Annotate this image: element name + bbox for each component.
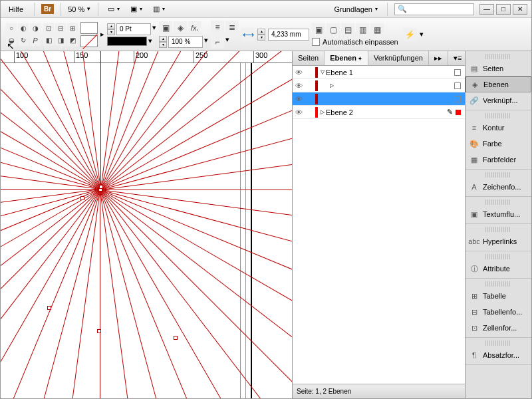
align-icon[interactable]: ≣: [225, 21, 239, 34]
fit-icon[interactable]: ▦: [370, 23, 384, 37]
layer-row[interactable]: 👁▷: [293, 79, 465, 92]
fx-icon[interactable]: ▣: [159, 21, 172, 35]
layer-name: Ebene 2: [326, 108, 447, 116]
layer-row[interactable]: 👁: [293, 92, 465, 106]
bridge-button[interactable]: Br: [41, 4, 54, 14]
tab-links[interactable]: Verknüpfungen: [368, 51, 429, 65]
tool-icon[interactable]: ◑: [30, 23, 41, 34]
panel-handle[interactable]: [485, 200, 511, 205]
fit-icon[interactable]: ▥: [356, 23, 369, 37]
tool-icon[interactable]: ◨: [55, 35, 66, 46]
visibility-icon[interactable]: 👁: [293, 68, 305, 76]
minimize-button[interactable]: —: [479, 4, 494, 15]
sidebar-item[interactable]: abcHyperlinks: [466, 233, 531, 249]
tool-icon[interactable]: ◐: [18, 23, 29, 34]
visibility-icon[interactable]: 👁: [293, 95, 305, 103]
artwork-ray: [100, 51, 101, 190]
measure-input[interactable]: 4,233 mm: [268, 29, 309, 41]
fit-icon[interactable]: ▤: [341, 23, 354, 37]
color-swatch[interactable]: [107, 37, 147, 46]
flash-icon[interactable]: ⚡: [404, 28, 417, 41]
disclosure-icon[interactable]: ▷: [319, 109, 326, 115]
close-button[interactable]: ✕: [513, 4, 527, 15]
tool-icon[interactable]: P: [30, 35, 41, 46]
stroke-weight[interactable]: 0 Pt: [116, 23, 151, 35]
panel-handle[interactable]: [485, 340, 511, 346]
tab-layers[interactable]: Ebenen✦: [325, 51, 368, 65]
sidebar-item[interactable]: 🔗Verknüpf...: [466, 92, 531, 108]
tool-icon[interactable]: ⊞: [67, 23, 78, 34]
tool-icon[interactable]: ⊟: [55, 23, 66, 34]
selection-handle[interactable]: [47, 306, 51, 310]
opacity-input[interactable]: 100 %: [168, 36, 203, 48]
tool-icon[interactable]: ↻: [18, 35, 29, 46]
disclosure-icon[interactable]: ▽: [319, 69, 326, 75]
visibility-icon[interactable]: 👁: [293, 108, 305, 116]
view-options-1[interactable]: ▭▾: [105, 3, 122, 15]
fx-button[interactable]: fx.: [188, 21, 201, 35]
selection-handle[interactable]: [174, 336, 178, 340]
ruler-tick: 150: [74, 51, 88, 63]
sidebar-item[interactable]: AZeichenfo...: [466, 179, 531, 195]
workspace-dropdown[interactable]: Grundlagen▾: [332, 4, 381, 15]
panel-label: Kontur: [483, 124, 504, 132]
selection-handle[interactable]: [99, 185, 103, 189]
view-options-2[interactable]: ▣▾: [128, 3, 145, 15]
wrap-icon[interactable]: ⌐: [211, 35, 224, 49]
sidebar-item[interactable]: ⊟Tabellenfo...: [466, 304, 531, 320]
document-canvas[interactable]: [1, 63, 292, 398]
search-icon: 🔍: [398, 5, 407, 13]
panel-collapse[interactable]: ▸▸: [429, 51, 448, 65]
autofit-checkbox[interactable]: [312, 38, 320, 46]
canvas-area[interactable]: 100150200250300: [1, 51, 292, 398]
panel-handle[interactable]: [485, 227, 511, 232]
sidebar-item[interactable]: ≡Kontur: [466, 120, 531, 136]
artwork-ray: [100, 190, 292, 398]
artwork-ray: [1, 189, 100, 190]
sidebar-item[interactable]: ▦Farbfelder: [466, 152, 531, 168]
fit-icon[interactable]: ▣: [312, 23, 325, 37]
target-icon[interactable]: [454, 82, 461, 89]
sidebar-item[interactable]: 🎨Farbe: [466, 136, 531, 152]
layer-row[interactable]: 👁▽Ebene 1: [293, 66, 465, 79]
panel-icon: ⊞: [469, 291, 479, 301]
fit-icon[interactable]: ▢: [327, 23, 340, 37]
search-input[interactable]: 🔍: [394, 3, 474, 15]
selection-handle[interactable]: [80, 196, 84, 200]
stroke-swatch[interactable]: [80, 35, 98, 47]
panel-handle[interactable]: [485, 281, 511, 287]
help-menu[interactable]: Hilfe: [5, 4, 27, 15]
sidebar-item[interactable]: ▤Seiten: [466, 61, 531, 76]
panel-handle[interactable]: [485, 113, 511, 118]
tool-icon[interactable]: ◧: [43, 35, 54, 46]
sidebar-item[interactable]: ⊞Tabelle: [466, 288, 531, 304]
sidebar-item[interactable]: ◈Ebenen: [466, 76, 531, 92]
menubar: Hilfe Br 50 %▼ ▭▾ ▣▾ ▥▾ Grundlagen▾ 🔍 — …: [1, 1, 531, 18]
disclosure-icon[interactable]: ▷: [329, 82, 335, 88]
measure-icon[interactable]: ⟷: [241, 28, 255, 41]
tool-icon[interactable]: ⊡: [43, 23, 54, 34]
zoom-dropdown[interactable]: 50 %▼: [68, 5, 91, 13]
view-options-3[interactable]: ▥▾: [150, 3, 168, 15]
target-icon[interactable]: [454, 96, 461, 102]
sidebar-item[interactable]: ¶Absatzfor...: [466, 347, 531, 363]
target-icon[interactable]: [456, 110, 461, 115]
fx-icon[interactable]: ◈: [174, 21, 187, 35]
fill-swatch[interactable]: [80, 22, 98, 34]
target-icon[interactable]: [454, 69, 461, 76]
layer-row[interactable]: 👁▷Ebene 2✎: [293, 106, 465, 119]
tool-icon[interactable]: ○: [6, 23, 17, 34]
selection-handle[interactable]: [97, 329, 101, 333]
tool-icon[interactable]: ◩: [67, 35, 78, 46]
sidebar-item[interactable]: ⓘAttribute: [466, 261, 531, 277]
align-icon[interactable]: ≡: [211, 21, 224, 34]
visibility-icon[interactable]: 👁: [293, 82, 305, 90]
panel-handle[interactable]: [485, 54, 511, 59]
maximize-button[interactable]: □: [496, 4, 511, 15]
tool-icon[interactable]: ◒: [6, 35, 17, 46]
tab-pages[interactable]: Seiten: [293, 51, 325, 65]
sidebar-item[interactable]: ▣Textumflu...: [466, 206, 531, 222]
panel-handle[interactable]: [485, 254, 511, 259]
sidebar-item[interactable]: ⊡Zellenfor...: [466, 320, 531, 336]
panel-handle[interactable]: [485, 172, 511, 178]
